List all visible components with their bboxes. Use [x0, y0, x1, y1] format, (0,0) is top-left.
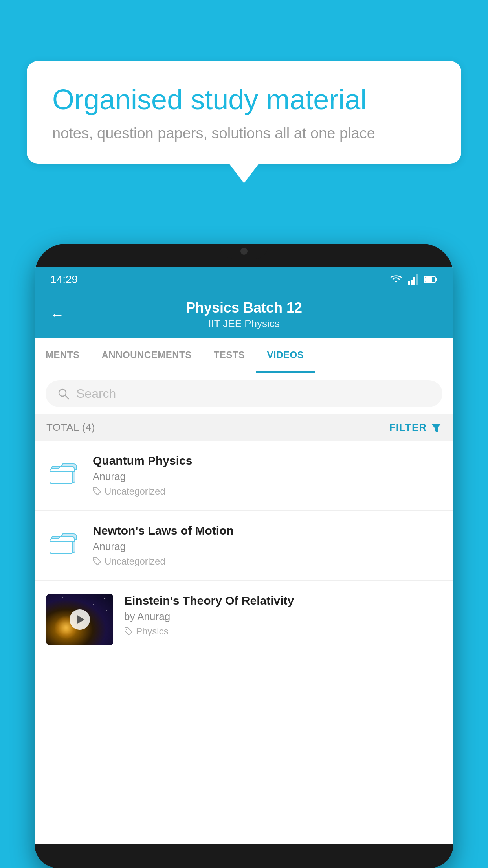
video-title: Quantum Physics: [93, 454, 442, 467]
tab-tests[interactable]: TESTS: [203, 338, 256, 373]
search-container: Search: [35, 373, 453, 414]
folder-thumbnail-quantum: [46, 454, 82, 489]
video-title: Einstein's Theory Of Relativity: [124, 594, 442, 607]
svg-rect-7: [436, 278, 437, 281]
phone-frame: 14:29: [35, 244, 453, 868]
svg-rect-2: [411, 280, 413, 285]
filter-button[interactable]: FILTER: [389, 421, 442, 434]
battery-icon: [424, 275, 438, 284]
back-button[interactable]: ←: [50, 307, 64, 323]
header-titles: Physics Batch 12 IIT JEE Physics: [76, 300, 412, 330]
list-item[interactable]: Newton's Laws of Motion Anurag Uncategor…: [35, 511, 453, 581]
tab-announcements[interactable]: ANNOUNCEMENTS: [91, 338, 203, 373]
video-info-quantum: Quantum Physics Anurag Uncategorized: [93, 454, 442, 497]
video-tag: Uncategorized: [93, 486, 442, 497]
folder-icon: [50, 458, 78, 486]
svg-point-17: [126, 629, 127, 630]
play-triangle-icon: [77, 615, 84, 624]
bubble-subtitle: notes, question papers, solutions all at…: [52, 125, 436, 142]
camera-dot: [240, 248, 248, 255]
signal-icon: [408, 274, 419, 285]
speech-bubble-container: Organised study material notes, question…: [27, 61, 461, 183]
svg-rect-4: [416, 274, 418, 285]
svg-marker-0: [394, 281, 398, 283]
video-tag: Uncategorized: [93, 556, 442, 567]
tag-label: Uncategorized: [105, 486, 165, 497]
svg-line-9: [65, 395, 69, 399]
video-thumbnail-einstein: [46, 594, 113, 645]
video-author: Anurag: [93, 541, 442, 553]
list-item[interactable]: Einstein's Theory Of Relativity by Anura…: [35, 581, 453, 658]
video-title: Newton's Laws of Motion: [93, 524, 442, 537]
svg-rect-3: [413, 277, 415, 285]
video-info-einstein: Einstein's Theory Of Relativity by Anura…: [124, 594, 442, 637]
speech-bubble: Organised study material notes, question…: [27, 61, 461, 164]
wifi-icon: [390, 274, 402, 285]
tag-label: Uncategorized: [105, 556, 165, 567]
svg-point-13: [95, 489, 96, 490]
video-author: Anurag: [93, 471, 442, 483]
svg-point-16: [95, 559, 96, 560]
app-header: ← Physics Batch 12 IIT JEE Physics: [35, 292, 453, 338]
tag-icon: [93, 487, 101, 496]
filter-row: TOTAL (4) FILTER: [35, 414, 453, 441]
folder-thumbnail-newton: [46, 524, 82, 559]
search-placeholder: Search: [76, 386, 116, 401]
video-list: Quantum Physics Anurag Uncategorized: [35, 441, 453, 844]
tabs-container: MENTS ANNOUNCEMENTS TESTS VIDEOS: [35, 338, 453, 373]
total-count: TOTAL (4): [46, 421, 95, 434]
status-bar: 14:29: [35, 267, 453, 292]
filter-icon: [431, 422, 442, 433]
phone-top-bar: [35, 244, 453, 267]
phone-notch: [220, 244, 268, 259]
video-author: by Anurag: [124, 611, 442, 623]
play-button[interactable]: [70, 609, 90, 630]
bubble-title: Organised study material: [52, 83, 436, 116]
tag-label: Physics: [136, 626, 169, 637]
search-icon: [57, 388, 70, 400]
header-sub-title: IIT JEE Physics: [76, 318, 412, 330]
phone-screen: 14:29: [35, 267, 453, 844]
bubble-arrow: [229, 164, 259, 183]
folder-icon: [50, 528, 78, 556]
status-icons: [390, 274, 438, 285]
svg-marker-10: [431, 424, 441, 432]
tag-icon: [93, 557, 101, 566]
list-item[interactable]: Quantum Physics Anurag Uncategorized: [35, 441, 453, 511]
search-bar[interactable]: Search: [46, 380, 442, 407]
svg-rect-1: [408, 281, 410, 285]
video-tag: Physics: [124, 626, 442, 637]
filter-label: FILTER: [389, 421, 427, 434]
tab-ments[interactable]: MENTS: [35, 338, 91, 373]
header-main-title: Physics Batch 12: [76, 300, 412, 316]
tag-icon: [124, 627, 133, 636]
tab-videos[interactable]: VIDEOS: [256, 338, 315, 373]
svg-rect-6: [425, 277, 432, 282]
status-time: 14:29: [50, 273, 78, 286]
video-info-newton: Newton's Laws of Motion Anurag Uncategor…: [93, 524, 442, 567]
